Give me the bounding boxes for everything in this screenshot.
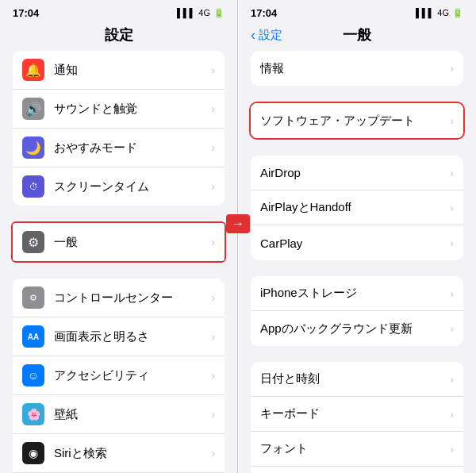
settings-item-donotdisturb[interactable]: 🌙 おやすみモード › (13, 129, 225, 167)
controlcenter-label: コントロールセンター (54, 290, 211, 306)
notifications-label: 通知 (54, 63, 211, 78)
left-nav-title: 設定 (0, 22, 237, 51)
datetime-label: 日付と時刻 (260, 371, 450, 386)
settings-item-display[interactable]: AA 画面表示と明るさ › (13, 317, 225, 356)
settings-item-siri[interactable]: ◉ Siriと検索 › (13, 434, 225, 473)
chevron-icon: › (211, 330, 215, 343)
right-nav-title: 一般 (282, 25, 432, 44)
carplay-label: CarPlay (260, 236, 450, 250)
software-update-label: ソフトウェア・アップデート (260, 113, 450, 129)
keyboard-label: キーボード (260, 406, 450, 421)
signal-icon-right: ▌▌▌ (416, 8, 434, 17)
chevron-icon: › (211, 180, 215, 193)
settings-item-general[interactable]: ⚙ 一般 › (13, 223, 225, 261)
general-item-iphone-storage[interactable]: iPhoneストレージ › (251, 276, 463, 311)
battery-icon: 🔋 (213, 8, 225, 18)
chevron-icon: › (450, 236, 454, 249)
chevron-icon: › (211, 369, 215, 382)
chevron-icon: › (211, 102, 215, 115)
general-item-datetime[interactable]: 日付と時刻 › (251, 362, 463, 397)
general-item-info[interactable]: 情報 › (251, 51, 463, 86)
battery-icon-right: 🔋 (452, 8, 463, 18)
general-item-carplay[interactable]: CarPlay › (251, 225, 463, 260)
sounds-icon: 🔊 (22, 98, 44, 120)
general-section-connectivity: AirDrop › AirPlayとHandoff › CarPlay › (251, 156, 463, 260)
status-bar-left: 17:04 ▌▌▌ 4G 🔋 (0, 0, 237, 22)
donotdisturb-icon: 🌙 (22, 137, 44, 159)
chevron-icon: › (450, 322, 454, 335)
airplay-label: AirPlayとHandoff (260, 200, 450, 215)
chevron-icon: › (211, 291, 215, 304)
arrow-symbol: → (232, 217, 244, 231)
general-section-regional: 日付と時刻 › キーボード › フォント › 言語と地域 › 辞書 › (251, 362, 463, 473)
screentime-icon: ⏱ (22, 175, 44, 198)
status-bar-right: 17:04 ▌▌▌ 4G 🔋 (238, 0, 476, 22)
settings-item-controlcenter[interactable]: ⚙ コントロールセンター › (13, 279, 225, 317)
fonts-label: フォント (260, 441, 450, 456)
status-time-right: 17:04 (251, 7, 277, 19)
settings-item-sounds[interactable]: 🔊 サウンドと触覚 › (13, 90, 225, 129)
siri-label: Siriと検索 (54, 446, 211, 461)
chevron-icon: › (450, 373, 454, 386)
settings-item-wallpaper[interactable]: 🌸 壁紙 › (13, 395, 225, 434)
back-chevron-icon: ‹ (251, 27, 255, 44)
status-time-left: 17:04 (13, 7, 39, 19)
network-type-right: 4G (437, 8, 449, 17)
wallpaper-icon: 🌸 (22, 403, 44, 425)
airdrop-label: AirDrop (260, 166, 450, 179)
software-update-section-highlighted: ソフトウェア・アップデート › (249, 102, 465, 140)
left-screen: 17:04 ▌▌▌ 4G 🔋 設定 🔔 通知 › 🔊 サウンドと触覚 › 🌙 お… (0, 0, 238, 473)
settings-group-3: ⚙ コントロールセンター › AA 画面表示と明るさ › ☺ アクセシビリティ … (13, 279, 225, 473)
display-label: 画面表示と明るさ (54, 329, 211, 344)
status-icons-left: ▌▌▌ 4G 🔋 (177, 8, 225, 18)
controlcenter-icon: ⚙ (22, 286, 44, 309)
settings-item-screentime[interactable]: ⏱ スクリーンタイム › (13, 167, 225, 206)
chevron-icon: › (450, 443, 454, 456)
iphone-storage-label: iPhoneストレージ (260, 286, 450, 301)
general-settings-list[interactable]: 情報 › ソフトウェア・アップデート › AirDrop › AirPlayとH… (238, 51, 476, 473)
general-label: 一般 (54, 235, 211, 250)
general-item-app-refresh[interactable]: Appのバックグラウンド更新 › (251, 311, 463, 346)
network-type: 4G (198, 8, 210, 17)
chevron-icon: › (211, 236, 215, 248)
siri-icon: ◉ (22, 442, 44, 464)
signal-icon: ▌▌▌ (177, 8, 195, 17)
chevron-icon: › (211, 141, 215, 154)
general-section-info: 情報 › (251, 51, 463, 86)
chevron-icon: › (450, 114, 454, 127)
wallpaper-label: 壁紙 (54, 407, 211, 422)
info-label: 情報 (260, 61, 450, 76)
general-section-storage: iPhoneストレージ › Appのバックグラウンド更新 › (251, 276, 463, 346)
general-item-software-update[interactable]: ソフトウェア・アップデート › (251, 103, 463, 138)
chevron-icon: › (211, 63, 215, 76)
settings-group-general-highlighted: ⚙ 一般 › (11, 221, 226, 263)
general-item-fonts[interactable]: フォント › (251, 432, 463, 467)
general-item-airdrop[interactable]: AirDrop › (251, 156, 463, 190)
general-item-language[interactable]: 言語と地域 › (251, 467, 463, 473)
chevron-icon: › (450, 62, 454, 75)
settings-item-accessibility[interactable]: ☺ アクセシビリティ › (13, 356, 225, 395)
general-item-keyboard[interactable]: キーボード › (251, 397, 463, 432)
accessibility-icon: ☺ (22, 364, 44, 386)
chevron-icon: › (211, 408, 215, 421)
right-screen: 17:04 ▌▌▌ 4G 🔋 ‹ 設定 一般 情報 › ソフトウェア・アップデー… (238, 0, 476, 473)
back-label: 設定 (259, 28, 282, 43)
settings-item-notifications[interactable]: 🔔 通知 › (13, 51, 225, 90)
chevron-icon: › (211, 447, 215, 460)
donotdisturb-label: おやすみモード (54, 140, 211, 156)
general-item-airplay[interactable]: AirPlayとHandoff › (251, 190, 463, 225)
chevron-icon: › (450, 202, 454, 214)
sounds-label: サウンドと触覚 (54, 102, 211, 117)
settings-list[interactable]: 🔔 通知 › 🔊 サウンドと触覚 › 🌙 おやすみモード › ⏱ スクリーンタイ… (0, 51, 237, 473)
chevron-icon: › (450, 287, 454, 300)
status-icons-right: ▌▌▌ 4G 🔋 (416, 8, 463, 18)
back-button[interactable]: ‹ 設定 (251, 27, 282, 44)
chevron-icon: › (450, 167, 454, 179)
right-nav-bar: ‹ 設定 一般 (238, 22, 476, 51)
app-refresh-label: Appのバックグラウンド更新 (260, 321, 450, 336)
display-icon: AA (22, 325, 44, 348)
notifications-icon: 🔔 (22, 59, 44, 81)
accessibility-label: アクセシビリティ (54, 368, 211, 383)
arrow-indicator: → (226, 214, 250, 233)
settings-group-1: 🔔 通知 › 🔊 サウンドと触覚 › 🌙 おやすみモード › ⏱ スクリーンタイ… (13, 51, 225, 206)
